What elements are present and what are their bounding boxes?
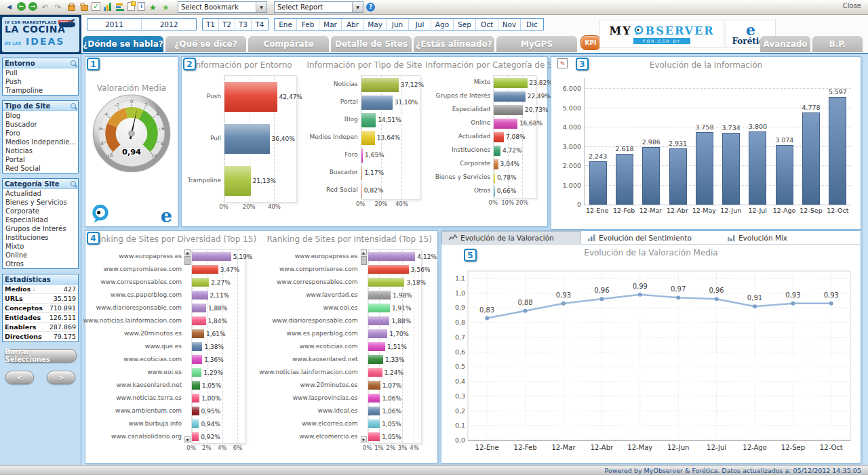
- bar[interactable]: [829, 97, 846, 205]
- export-icon[interactable]: [557, 58, 568, 68]
- filter-item[interactable]: Actualidad: [3, 189, 78, 198]
- dropdown-arrow-icon[interactable]: ▼: [256, 2, 267, 12]
- month-tab[interactable]: Oct: [476, 19, 498, 30]
- check-icon[interactable]: [92, 2, 100, 11]
- filter-item[interactable]: Trampoline: [3, 86, 78, 95]
- tab-evolucion-mix[interactable]: Evolución Mix: [721, 231, 861, 244]
- forward-icon[interactable]: [28, 2, 37, 11]
- tab-evolucion-sentimiento[interactable]: Evolución del Sentimiento: [581, 231, 721, 244]
- bar[interactable]: [368, 278, 405, 287]
- month-tab[interactable]: Mar: [319, 19, 342, 30]
- help-icon[interactable]: [366, 3, 375, 12]
- bar[interactable]: [192, 394, 199, 402]
- nav-tab[interactable]: ¿Dónde se habla?: [83, 36, 163, 52]
- magnifier-icon[interactable]: [71, 60, 76, 66]
- chart-scrollbar[interactable]: ▲▼: [184, 249, 191, 442]
- bar[interactable]: [361, 166, 363, 180]
- bar[interactable]: [368, 355, 384, 364]
- bar[interactable]: [361, 78, 399, 92]
- tab-evolucion-valoracion[interactable]: Evolución de la Valoración: [441, 231, 581, 244]
- dropdown-arrow-icon[interactable]: ▼: [352, 2, 363, 12]
- first-icon[interactable]: [4, 2, 14, 12]
- clear-selections-button[interactable]: Borrar Selecciones: [5, 349, 77, 363]
- magnifier-icon[interactable]: [71, 181, 76, 186]
- bar[interactable]: [192, 329, 204, 338]
- bar[interactable]: [368, 432, 380, 441]
- bar[interactable]: [192, 316, 206, 325]
- chart-bar-icon[interactable]: [115, 2, 125, 12]
- bar[interactable]: [368, 407, 380, 415]
- right-tab[interactable]: B.P.: [812, 36, 863, 52]
- bar[interactable]: [722, 133, 740, 205]
- bar[interactable]: [368, 381, 380, 390]
- bar[interactable]: [368, 342, 386, 351]
- bar[interactable]: [192, 278, 209, 287]
- month-tab[interactable]: Ago: [431, 19, 454, 30]
- filter-item[interactable]: Noticias: [3, 146, 78, 155]
- nav-tab[interactable]: ¿Estás alineado?: [414, 36, 494, 52]
- bar[interactable]: [368, 394, 380, 402]
- filter-item[interactable]: Instituciones: [3, 233, 78, 242]
- bar[interactable]: [368, 252, 416, 261]
- report-select[interactable]: Select Report ▼: [274, 1, 363, 13]
- month-tab[interactable]: May: [364, 19, 387, 30]
- bar[interactable]: [669, 148, 687, 205]
- month-tab[interactable]: Ene: [275, 19, 297, 30]
- filter-item[interactable]: Especialidad: [3, 215, 78, 224]
- month-tab[interactable]: Sep: [454, 19, 476, 30]
- month-tab[interactable]: Dic: [521, 19, 543, 30]
- bar[interactable]: [192, 368, 201, 377]
- bar[interactable]: [224, 124, 270, 154]
- magnifier-icon[interactable]: [71, 103, 76, 108]
- bar[interactable]: [494, 78, 527, 88]
- bar[interactable]: [494, 119, 517, 129]
- bar[interactable]: [361, 113, 376, 127]
- bar[interactable]: [494, 186, 494, 197]
- next-button[interactable]: >: [47, 371, 75, 384]
- bar[interactable]: [361, 184, 362, 198]
- bar[interactable]: [494, 159, 498, 169]
- bar[interactable]: [192, 265, 218, 274]
- year-tab[interactable]: 2012: [142, 19, 196, 30]
- filter-item[interactable]: Red Social: [3, 164, 78, 173]
- bar[interactable]: [192, 342, 202, 351]
- filter-item[interactable]: Push: [3, 77, 78, 86]
- bar[interactable]: [368, 329, 388, 338]
- bar[interactable]: [224, 166, 251, 196]
- bar[interactable]: [192, 407, 199, 415]
- bar[interactable]: [192, 304, 206, 312]
- quarter-tab[interactable]: T4: [252, 19, 268, 30]
- bar[interactable]: [224, 82, 277, 112]
- nav-tab[interactable]: ¿Qué se dice?: [165, 36, 246, 52]
- star-go-icon[interactable]: [161, 2, 171, 12]
- bar[interactable]: [192, 252, 231, 261]
- bar[interactable]: [642, 147, 660, 205]
- page-new-icon[interactable]: [127, 2, 135, 11]
- bar[interactable]: [589, 161, 607, 205]
- filter-item[interactable]: Grupos de Interés: [3, 224, 78, 233]
- bar[interactable]: [616, 154, 633, 205]
- star-icon[interactable]: [148, 2, 158, 12]
- lock-icon[interactable]: [66, 2, 76, 12]
- bar[interactable]: [494, 91, 525, 102]
- bar[interactable]: [361, 96, 393, 110]
- nav-tab[interactable]: MyGPS: [496, 36, 577, 52]
- year-tab[interactable]: 2011: [87, 19, 142, 30]
- chart-col-icon[interactable]: [103, 2, 113, 12]
- bar[interactable]: [749, 131, 766, 205]
- bar[interactable]: [361, 131, 375, 145]
- bar[interactable]: [494, 132, 504, 142]
- bar[interactable]: [192, 291, 208, 300]
- month-tab[interactable]: Jun: [387, 19, 409, 30]
- nav-tab[interactable]: Detalle de Sites: [331, 36, 412, 52]
- undo-icon[interactable]: [40, 2, 50, 12]
- bar[interactable]: [192, 419, 199, 428]
- filter-item[interactable]: Portal: [3, 155, 78, 164]
- filter-item[interactable]: Foro: [3, 129, 78, 138]
- back-icon[interactable]: [17, 2, 26, 11]
- bar[interactable]: [368, 291, 391, 300]
- bar[interactable]: [802, 112, 820, 205]
- quarter-tab[interactable]: T3: [235, 19, 252, 30]
- filter-item[interactable]: Corporate: [3, 207, 78, 215]
- prev-button[interactable]: <: [5, 371, 34, 384]
